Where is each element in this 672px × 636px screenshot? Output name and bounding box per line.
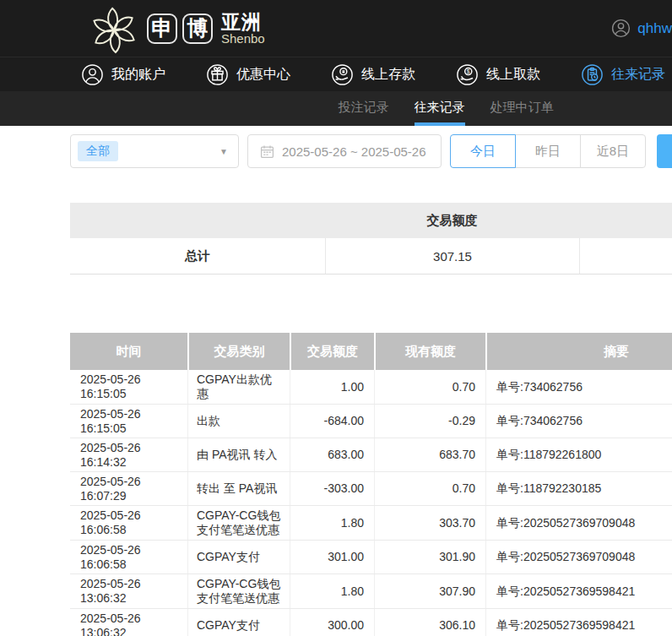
cell-time: 2025-05-26 13:06:32 [70,609,187,636]
cell-summary: 单号:734062756 [485,405,672,438]
cell-amount: -684.00 [290,405,374,438]
cell-amount: -303.00 [290,472,374,505]
summary-table: 交易额度 总计 307.15 [70,203,672,275]
transactions-table: 时间 交易类别 交易额度 现有额度 摘要 2025-05-26 16:15:05… [70,333,672,636]
tab-pending-orders[interactable]: 处理中订单 [490,91,554,126]
user-icon [81,63,104,86]
svg-text:$: $ [467,68,470,73]
yesterday-button[interactable]: 昨日 [515,134,581,168]
table-row: 2025-05-26 16:15:05 CGPAY出款优惠 1.00 0.70 … [70,370,672,405]
nav-item-my-account[interactable]: 我的账户 [81,63,165,86]
cell-amount: 301.00 [290,541,374,573]
nav-item-withdraw[interactable]: $ 线上取款 [456,63,540,86]
search-button[interactable] [657,134,672,168]
cell-summary: 单号:734062756 [485,370,672,404]
cell-summary: 单号:20250527369598421 [485,574,672,608]
main-nav: 我的账户 优惠中心 线上存款 [0,57,672,91]
cell-amount: 300.00 [290,609,374,636]
cell-balance: 306.10 [374,609,485,636]
cell-summary: 单号:118792230185 [485,472,672,505]
logo-char-shen: 申 [147,14,177,44]
table-row: 2025-05-26 16:06:58 CGPAY-CG钱包支付笔笔送优惠 1.… [70,506,672,541]
summary-header-label: 交易额度 [325,203,579,238]
cell-time: 2025-05-26 16:06:58 [70,541,187,573]
summary-header-spacer [579,203,672,238]
cell-type: CGPAY出款优惠 [187,370,290,404]
logo-char-bo: 博 [182,14,213,44]
flower-logo-icon [89,3,138,54]
cell-summary: 单号:118792261800 [485,438,672,471]
cell-balance: 683.70 [374,438,485,471]
cell-balance: 0.70 [374,472,485,505]
column-header-amount: 交易额度 [290,333,374,370]
cell-balance: 0.70 [374,370,485,404]
username-label: qhhw [637,20,672,37]
summary-total-row: 总计 307.15 [70,238,672,275]
calendar-icon [260,144,274,159]
nav-label: 线上取款 [486,66,540,84]
nav-label: 优惠中心 [236,66,290,84]
deposit-icon [331,63,354,86]
cell-type: 转出 至 PA视讯 [187,472,290,505]
table-row: 2025-05-26 13:06:32 CGPAY支付 300.00 306.1… [70,609,672,636]
cell-balance: -0.29 [374,405,485,438]
cell-amount: 1.80 [290,506,374,540]
sub-nav: 投注记录 往来记录 处理中订单 [0,91,672,126]
cell-time: 2025-05-26 16:06:58 [70,506,187,540]
last-8-days-button[interactable]: 近8日 [580,134,646,168]
table-row: 2025-05-26 13:06:32 CGPAY-CG钱包支付笔笔送优惠 1.… [70,574,672,609]
date-range-value: 2025-05-26 ~ 2025-05-26 [282,144,426,159]
nav-item-records[interactable]: 往来记录 [581,63,665,86]
nav-label: 往来记录 [611,66,665,84]
cell-type: 出款 [187,405,290,438]
chevron-down-icon: ▼ [219,147,228,156]
summary-empty-cell [579,238,672,274]
summary-header-spacer [70,203,325,238]
filter-bar: 全部 ▼ 2025-05-26 ~ 2025-05-26 今日 昨日 近8日 [70,134,672,168]
cell-type: CGPAY支付 [187,609,290,636]
user-account[interactable]: qhhw [611,0,672,57]
column-header-balance: 现有额度 [374,333,485,370]
cell-summary: 单号:20250527369598421 [485,609,672,636]
nav-item-promotions[interactable]: 优惠中心 [206,63,290,86]
summary-total-value: 307.15 [325,238,579,274]
type-selected-chip: 全部 [78,141,118,161]
logo-region-text: 亚洲 [221,12,265,32]
quick-date-buttons: 今日 昨日 近8日 [450,134,646,168]
cell-type: CGPAY支付 [187,541,290,573]
avatar-icon [611,19,631,38]
transactions-header: 时间 交易类别 交易额度 现有额度 摘要 [70,333,672,370]
brand-logo[interactable]: 申 博 亚洲 Shenbo [89,3,265,54]
cell-summary: 单号:20250527369709048 [485,541,672,573]
gift-icon [206,63,229,86]
date-range-input[interactable]: 2025-05-26 ~ 2025-05-26 [247,134,442,168]
cell-time: 2025-05-26 16:15:05 [70,405,187,438]
table-row: 2025-05-26 16:14:32 由 PA视讯 转入 683.00 683… [70,438,672,472]
column-header-type: 交易类别 [187,333,290,370]
cell-time: 2025-05-26 13:06:32 [70,574,187,608]
withdraw-icon: $ [456,63,479,86]
table-row: 2025-05-26 16:07:29 转出 至 PA视讯 -303.00 0.… [70,472,672,506]
column-header-summary: 摘要 [485,333,672,370]
logo-subtitle: Shenbo [221,32,265,46]
cell-amount: 1.80 [290,574,374,608]
cell-time: 2025-05-26 16:14:32 [70,438,187,471]
nav-label: 我的账户 [111,66,165,84]
nav-item-deposit[interactable]: 线上存款 [331,63,415,86]
cell-summary: 单号:20250527369709048 [485,506,672,540]
summary-header-row: 交易额度 [70,203,672,238]
content-area: 全部 ▼ 2025-05-26 ~ 2025-05-26 今日 昨日 近8日 [70,134,672,636]
transactions-body: 2025-05-26 16:15:05 CGPAY出款优惠 1.00 0.70 … [70,370,672,636]
cell-balance: 301.90 [374,541,485,573]
nav-label: 线上存款 [361,66,415,84]
tab-bet-records[interactable]: 投注记录 [339,91,389,126]
records-icon [581,63,604,86]
tab-transaction-records[interactable]: 往来记录 [415,91,465,126]
type-select[interactable]: 全部 ▼ [70,134,239,168]
cell-type: CGPAY-CG钱包支付笔笔送优惠 [187,574,290,608]
top-header: 申 博 亚洲 Shenbo qhhw [0,0,672,57]
today-button[interactable]: 今日 [450,134,516,168]
cell-time: 2025-05-26 16:07:29 [70,472,187,505]
cell-type: CGPAY-CG钱包支付笔笔送优惠 [187,506,290,540]
cell-time: 2025-05-26 16:15:05 [70,370,187,404]
